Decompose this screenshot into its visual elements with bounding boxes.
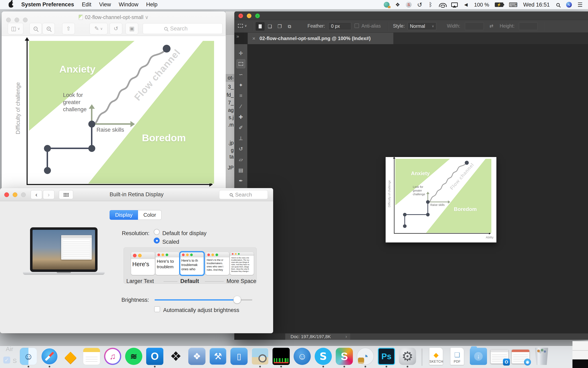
license-lock-icon[interactable]: [384, 2, 389, 8]
siri-icon[interactable]: ∿: [566, 2, 572, 8]
file-row[interactable]: JP: [226, 164, 235, 172]
scale-option-default[interactable]: Here's to th troublemak ones who: [180, 252, 204, 275]
move-tool[interactable]: ✛: [236, 49, 245, 58]
file-row[interactable]: 7_: [226, 99, 235, 107]
dock-skype[interactable]: S: [314, 348, 332, 367]
menu-help[interactable]: Help: [146, 1, 158, 8]
style-dropdown[interactable]: Normal ∨: [408, 22, 436, 30]
zoom-in-button[interactable]: +: [43, 23, 55, 34]
markup-button[interactable]: ✎ ∨: [90, 23, 108, 34]
dock-minimized-outlook-window[interactable]: O: [491, 348, 508, 367]
document-tab[interactable]: × 02-flow-channel-opt-small.png @ 100% (…: [248, 33, 393, 44]
menu-clock[interactable]: Wed 16:51: [523, 2, 550, 8]
rotate-button[interactable]: ↺: [110, 23, 122, 34]
title-chevron-icon[interactable]: ∨: [145, 14, 148, 20]
volume-icon[interactable]: ◀: [463, 1, 469, 8]
menu-edit[interactable]: Edit: [82, 1, 92, 8]
file-row[interactable]: .m: [226, 121, 235, 129]
dock-simulator[interactable]: ▯: [230, 348, 248, 367]
zoom-out-button[interactable]: −: [29, 23, 42, 34]
new-selection-button[interactable]: [256, 22, 265, 31]
dock-sketch-file[interactable]: ◆SKETCH: [428, 348, 445, 367]
tab-display[interactable]: Display: [110, 210, 138, 220]
file-row[interactable]: fd_: [226, 91, 235, 99]
document-canvas[interactable]: Difficulty of challenge Ability Flow cha…: [386, 157, 496, 242]
scale-option-4[interactable]: Here's to the cr troublemakers. ones who…: [205, 252, 229, 275]
search-field[interactable]: Search: [219, 190, 268, 199]
time-machine-icon[interactable]: ↺: [417, 1, 423, 8]
battery-icon[interactable]: ⚡: [495, 2, 503, 7]
close-tab-icon[interactable]: ×: [252, 35, 255, 42]
crop-tool[interactable]: ⌗: [236, 91, 245, 100]
search-field[interactable]: Search: [143, 23, 222, 34]
dock-minimized-safari-window[interactable]: ◉: [512, 348, 529, 367]
sidebar-view-button[interactable]: ◫ ∨: [8, 23, 23, 34]
quick-selection-tool[interactable]: ✦: [236, 81, 245, 90]
subtract-from-selection-button[interactable]: ❐: [275, 22, 284, 31]
file-row[interactable]: ta: [226, 153, 235, 161]
file-row[interactable]: .jp: [226, 139, 235, 147]
dock-outlook[interactable]: O: [146, 348, 164, 367]
dock-system-preferences[interactable]: ⚙: [399, 348, 416, 367]
tab-color[interactable]: Color: [138, 210, 162, 220]
dock-notes[interactable]: [83, 348, 100, 367]
dock-safari[interactable]: [41, 348, 58, 367]
dock-trash[interactable]: [533, 348, 550, 367]
scale-option-more-space[interactable]: Here's to the crazy one troublemakers. T…: [230, 252, 254, 275]
resolution-scaled-radio[interactable]: [154, 238, 160, 243]
width-input[interactable]: [465, 22, 484, 30]
clone-stamp-tool[interactable]: ⊥: [236, 134, 245, 143]
file-row[interactable]: 3_: [226, 83, 235, 91]
auto-brightness-checkbox[interactable]: [154, 306, 160, 312]
notification-center-icon[interactable]: ☰: [577, 1, 583, 8]
close-button[interactable]: ×: [239, 13, 243, 18]
dropbox-icon[interactable]: ❖: [395, 1, 400, 8]
dock-xcode[interactable]: ⚒: [209, 348, 227, 367]
dock-downloads-folder[interactable]: ↓: [470, 348, 487, 367]
file-row[interactable]: ag: [226, 106, 235, 114]
badge-s-icon[interactable]: S: [406, 2, 412, 8]
dock-spotify[interactable]: ≋: [125, 348, 143, 367]
gradient-tool[interactable]: ▤: [236, 166, 245, 175]
menu-view[interactable]: View: [99, 1, 111, 8]
tool-preset-marquee[interactable]: ∨: [238, 24, 247, 28]
share-button[interactable]: ⇧: [62, 23, 75, 34]
intersect-selection-button[interactable]: ⧉: [285, 22, 294, 31]
history-brush-tool[interactable]: ↺: [236, 144, 245, 153]
brightness-slider-knob[interactable]: [233, 296, 241, 304]
minimize-button[interactable]: −: [247, 13, 251, 18]
height-input[interactable]: [519, 22, 538, 30]
eraser-tool[interactable]: ▱: [236, 155, 245, 164]
pen-tool[interactable]: ✒: [236, 176, 245, 185]
dock-activity-monitor[interactable]: [272, 348, 290, 367]
dock-sketch[interactable]: ◆: [62, 348, 79, 367]
dock-unity[interactable]: ❖: [167, 348, 185, 367]
document-size-status[interactable]: Doc: 197,8K/197,8K ›: [285, 333, 350, 340]
scale-option-larger-text[interactable]: Here's: [131, 252, 155, 275]
scale-option-2[interactable]: Here's to troublem: [156, 252, 179, 275]
dock-finder[interactable]: ☺: [20, 348, 37, 367]
panel-collapse-button[interactable]: »: [234, 33, 247, 44]
airplay-icon[interactable]: [451, 2, 458, 7]
dock-slack[interactable]: S: [336, 348, 353, 367]
menu-window[interactable]: Window: [119, 1, 138, 8]
dock-photoshop[interactable]: Ps: [378, 348, 395, 367]
healing-brush-tool[interactable]: ✚: [236, 112, 245, 121]
feather-input[interactable]: 0 px: [328, 22, 351, 30]
wifi-icon[interactable]: [439, 2, 446, 7]
rectangular-marquee-tool[interactable]: [236, 59, 245, 68]
lasso-tool[interactable]: ∽: [236, 70, 245, 79]
zoom-button[interactable]: +: [255, 13, 260, 18]
brush-tool[interactable]: ✐: [236, 123, 245, 132]
keyboard-input-icon[interactable]: ⌨: [509, 1, 518, 8]
dock-anyconnect[interactable]: ◔: [357, 348, 374, 367]
menu-app-name[interactable]: System Preferences: [21, 1, 74, 8]
dock-pdf-file[interactable]: ❏PDF: [449, 348, 466, 367]
dock-hipchat[interactable]: ☺: [293, 348, 311, 367]
file-row[interactable]: ot-: [226, 74, 235, 82]
dock-itunes[interactable]: ♫: [104, 348, 121, 367]
add-to-selection-button[interactable]: ❏: [265, 22, 274, 31]
eyedropper-tool[interactable]: ∕: [236, 102, 245, 111]
resolution-default-radio[interactable]: [154, 229, 160, 235]
spotlight-icon[interactable]: [556, 3, 560, 7]
